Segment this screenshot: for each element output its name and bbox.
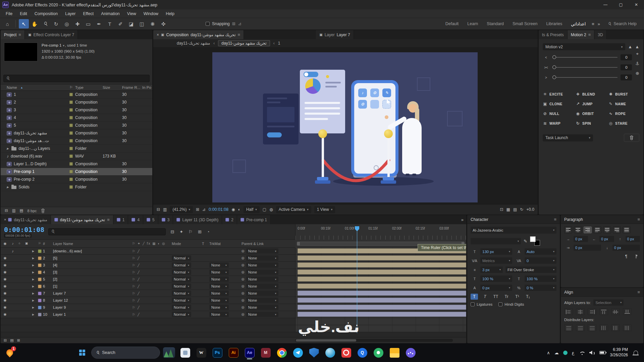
label-color-chip[interactable] [38, 292, 42, 295]
parent-dropdown[interactable]: None [246, 291, 278, 296]
layer-row[interactable]: ♪▶1[downlo...6).wav]⚐ ╱◎None [1, 248, 466, 255]
layer-track[interactable] [295, 255, 466, 261]
justify-last-right-button[interactable] [613, 227, 621, 233]
tray-app-icon[interactable] [563, 351, 568, 355]
timeline-tab[interactable]: ×day11-مشهد تحريك [1, 215, 51, 224]
label-chip[interactable] [69, 116, 73, 119]
motion-rope-button[interactable]: ∿ROPE [608, 109, 639, 118]
motion-blur-icon[interactable]: ◔ [207, 230, 210, 234]
mini-flowchart-icon[interactable]: ⊟ [157, 207, 160, 212]
layer-row[interactable]: ◉▶10Layer 1⚐ ╱NormalNone◎None [1, 311, 466, 318]
layer-row[interactable]: ◉▶9Layer 9⚐ ╱NormalNone◎None [1, 304, 466, 311]
camera-dropdown[interactable]: Active Camera [276, 206, 311, 213]
trkmat-dropdown[interactable]: None [209, 277, 229, 282]
layer-duration-bar[interactable] [298, 291, 466, 296]
pickwhip-icon[interactable]: ◎ [241, 299, 245, 302]
project-item[interactable]: 2Composition30 [1, 99, 152, 106]
notification-bell-icon[interactable] [634, 351, 638, 355]
project-item[interactable]: Pre-comp 2Composition30 [1, 176, 152, 183]
label-chip[interactable] [69, 155, 73, 158]
timeline-tab[interactable]: 3 [158, 215, 173, 224]
layer-name[interactable]: [2] [52, 277, 132, 281]
align-left-button[interactable] [564, 227, 572, 233]
indent-right-value[interactable]: 0 px [599, 236, 614, 242]
justify-all-button[interactable] [623, 227, 631, 233]
workspace-standard[interactable]: Standard [487, 21, 504, 26]
selected-item-name[interactable]: Pre-comp 1 [42, 43, 65, 47]
column-in-point[interactable]: In Po [142, 85, 152, 89]
close-icon[interactable]: × [157, 33, 159, 37]
align-to-dropdown[interactable]: Selection [593, 299, 624, 306]
roto-brush-tool-icon[interactable]: ❋ [148, 19, 158, 28]
trkmat-dropdown[interactable]: None [209, 284, 229, 289]
trkmat-dropdown[interactable]: None [209, 305, 229, 310]
eye-icon[interactable]: ◉ [1, 299, 9, 302]
distribute-center-h-button[interactable] [611, 324, 620, 331]
direction-rtl-button[interactable]: ¶ [633, 253, 640, 259]
taskbar-app-photos[interactable] [178, 346, 192, 360]
transparency-grid-icon[interactable]: ◍ [269, 207, 273, 212]
parent-dropdown[interactable]: None [246, 262, 278, 268]
pickwhip-icon[interactable]: ◎ [241, 306, 245, 309]
expand-in-out-icon[interactable]: ⊟ [4, 339, 7, 342]
hindi-digits-checkbox[interactable]: Hindi Digits [498, 302, 524, 306]
project-search-field[interactable]: ⚲ [3, 75, 150, 82]
show-channel-icon[interactable]: ◐ [238, 207, 240, 212]
motion-version-dropdown[interactable]: Motion v2 [543, 43, 625, 50]
motion-name-button[interactable]: ✎NAME [608, 100, 639, 108]
taskbar-app-q[interactable]: Q [355, 346, 369, 360]
eye-icon[interactable]: ◉ [1, 270, 9, 274]
taskbar-app-m[interactable]: M [259, 346, 273, 360]
motion-excite-button[interactable]: ✳EXCITE [543, 90, 574, 99]
anchor-icon[interactable]: ⚓ [635, 61, 639, 66]
layer-duration-bar[interactable] [298, 269, 466, 275]
eye-icon[interactable]: ◉ [1, 285, 9, 288]
timeline-tab[interactable]: Layer 11 (3D Depth) [173, 215, 222, 224]
tracking-value[interactable]: 0 [525, 257, 556, 264]
layer-name[interactable]: Layer 1 [52, 312, 132, 316]
new-folder-icon[interactable]: ▥ [12, 209, 16, 213]
workspace-menu-icon[interactable]: ≡ [592, 22, 594, 26]
small-caps-button[interactable]: Tr [503, 294, 510, 300]
align-layers-bottom-button[interactable] [623, 308, 632, 315]
project-item[interactable]: 3Composition30 [1, 106, 152, 114]
menu-layer[interactable]: Layer [61, 11, 79, 16]
layer-name[interactable]: [5] [52, 256, 132, 260]
taskbar-search[interactable]: ⚲Search [91, 347, 160, 359]
bit-depth-button[interactable]: 8 bpc [27, 209, 37, 213]
timeline-button-icon[interactable]: ▤ [513, 207, 517, 212]
menu-animation[interactable]: Animation [97, 11, 123, 16]
subscript-button[interactable]: T₁ [524, 294, 532, 300]
panel-menu-icon[interactable]: ≡ [554, 217, 556, 222]
layer-name[interactable]: Layer 9 [52, 305, 132, 309]
distribute-center-v-button[interactable] [576, 324, 585, 331]
taskbar-app-globe[interactable] [323, 346, 337, 360]
selection-tool-icon[interactable]: ↖ [19, 19, 29, 28]
panel-menu-icon[interactable]: ≡ [107, 217, 110, 222]
taskbar-app-paw[interactable] [404, 346, 418, 360]
timeline-tab[interactable]: 2 [222, 215, 237, 224]
exposure-value[interactable]: +0.0 [526, 207, 534, 212]
blend-mode-dropdown[interactable]: Normal [172, 277, 191, 282]
snapping-checkbox[interactable] [206, 22, 210, 26]
layer-row[interactable]: ◉▶7Layer 7⚐ ╱NormalNone◎None [1, 290, 466, 297]
tab-project[interactable]: Project≡ [1, 30, 25, 39]
breadcrumb-layer[interactable]: 1 [278, 41, 280, 46]
menu-help[interactable]: Help [162, 11, 178, 16]
align-layers-center-v-button[interactable] [611, 308, 620, 315]
timeline-tab[interactable]: Pre-comp 1 [237, 215, 271, 224]
preview-image-icon[interactable]: ▲ [628, 45, 632, 49]
project-item[interactable]: day11-ت...هد موشنComposition30 [1, 137, 152, 145]
eye-icon[interactable]: ◉ [1, 263, 9, 267]
superscript-button[interactable]: T¹ [514, 294, 521, 300]
timeline-tab[interactable]: 4 [128, 215, 143, 224]
blend-mode-dropdown[interactable]: Normal [172, 262, 191, 268]
layer-name[interactable]: Layer 7 [52, 291, 132, 295]
start-button[interactable] [75, 346, 89, 360]
label-chip[interactable] [69, 93, 73, 96]
preview-time[interactable]: 0:00:01:08 [209, 207, 228, 212]
menu-window[interactable]: Window [140, 11, 162, 16]
current-time-display[interactable]: 0:00:01:08 [4, 226, 44, 233]
layer-duration-bar[interactable] [298, 277, 466, 282]
motion-warp-button[interactable]: ≋WARP [543, 119, 574, 128]
